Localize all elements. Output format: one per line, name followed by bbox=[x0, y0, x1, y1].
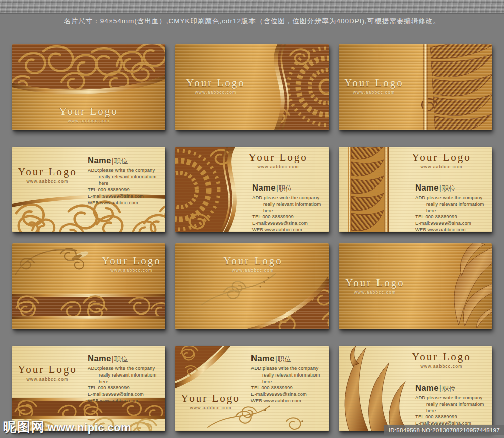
contact-address-line: really relevant informatiom bbox=[415, 201, 492, 208]
contact-tel: TEL:000-88889999 bbox=[252, 214, 329, 220]
contact-address-line: really relevant informatiom bbox=[252, 201, 329, 208]
company-logo-text: Your Logo www.aabbcc.com bbox=[412, 351, 471, 369]
contact-address-line: here bbox=[88, 379, 164, 385]
contact-tel: TEL:000-88889999 bbox=[415, 214, 492, 220]
contact-block: Name|职位 ADD:please write the company rea… bbox=[252, 183, 329, 232]
poster-canvas: 名片尺寸：94×54mm(含出血）,CMYK印刷颜色,cdr12版本（含位图，位… bbox=[0, 0, 504, 438]
company-website: www.aabbcc.com bbox=[223, 268, 283, 273]
contact-address-line: ADD:please write the company bbox=[415, 395, 492, 401]
company-website: www.aabbcc.com bbox=[412, 164, 471, 169]
contact-address-line: really relevant informatiom bbox=[415, 401, 492, 408]
contact-name: Name|职位 bbox=[415, 183, 492, 193]
card-2-front: Your Logo www.aabbcc.com bbox=[175, 44, 329, 130]
company-website: www.aabbcc.com bbox=[59, 118, 118, 123]
contact-job-title: 职位 bbox=[279, 184, 292, 192]
company-logo-text: Your Logo www.aabbcc.com bbox=[59, 105, 118, 123]
card-6-back: Your Logo www.aabbcc.com Name|职位 ADD:ple… bbox=[339, 147, 492, 232]
nipic-site-url: www.nipic.com bbox=[47, 421, 131, 434]
contact-block: Name|职位 ADD:please write the company rea… bbox=[415, 183, 492, 232]
company-website: www.aabbcc.com bbox=[181, 405, 240, 410]
company-website: www.aabbcc.com bbox=[186, 90, 245, 95]
contact-block: Name|职位 ADD:please write the company rea… bbox=[88, 156, 164, 206]
contact-address-line: ADD:please write the company bbox=[415, 195, 492, 201]
company-logo-text: Your Logo www.aabbcc.com bbox=[345, 277, 405, 295]
company-website: www.aabbcc.com bbox=[102, 268, 161, 273]
contact-address-line: here bbox=[415, 208, 492, 214]
company-logo-text: Your Logo www.aabbcc.com bbox=[248, 151, 308, 169]
contact-name: Name|职位 bbox=[251, 354, 328, 364]
contact-address-line: really relevant informatiom bbox=[88, 372, 164, 379]
company-logo-text: Your Logo www.aabbcc.com bbox=[18, 363, 77, 382]
contact-address-line: really relevant informatiom bbox=[251, 372, 328, 379]
contact-address-line: here bbox=[415, 408, 492, 414]
card-5-back: Your Logo www.aabbcc.com Name|职位 ADD:ple… bbox=[175, 147, 329, 232]
contact-email: E-mail:999999@sina.com bbox=[252, 220, 329, 227]
company-logo-text: Your Logo www.aabbcc.com bbox=[102, 255, 161, 273]
print-spec-text: 名片尺寸：94×54mm(含出血）,CMYK印刷颜色,cdr12版本（含位图，位… bbox=[0, 17, 504, 26]
contact-job-title: 职位 bbox=[442, 385, 456, 392]
contact-tel: TEL:000-88889999 bbox=[251, 385, 328, 391]
company-logo-text: Your Logo www.aabbcc.com bbox=[412, 151, 471, 169]
card-3-front: Your Logo www.aabbcc.com bbox=[339, 44, 492, 130]
contact-address-line: ADD:please write the company bbox=[88, 365, 164, 372]
company-website: www.aabbcc.com bbox=[345, 290, 405, 295]
contact-name: Name|职位 bbox=[88, 156, 164, 166]
contact-job-title: 职位 bbox=[278, 355, 291, 363]
contact-job-title: 职位 bbox=[442, 184, 456, 192]
contact-web: WEB:www.aabbcc.com bbox=[252, 227, 329, 232]
contact-email: E-mail:999999@sina.com bbox=[88, 391, 164, 398]
contact-web: WEB:www.aabbcc.com bbox=[88, 398, 164, 404]
contact-web: WEB:www.aabbcc.com bbox=[251, 398, 328, 404]
card-7-front: Your Logo www.aabbcc.com bbox=[12, 243, 165, 329]
nipic-watermark: 昵图网 www.nipic.com bbox=[3, 418, 131, 436]
card-9-front: Your Logo www.aabbcc.com bbox=[339, 243, 492, 329]
company-website: www.aabbcc.com bbox=[18, 179, 77, 184]
company-logo-text: Your Logo www.aabbcc.com bbox=[181, 392, 240, 410]
contact-name: Name|职位 bbox=[415, 383, 492, 393]
contact-job-title: 职位 bbox=[114, 355, 128, 363]
contact-email: E-mail:999999@sina.com bbox=[251, 391, 328, 398]
contact-address-line: ADD:please write the company bbox=[252, 195, 329, 201]
company-website: www.aabbcc.com bbox=[344, 90, 404, 95]
contact-address-line: ADD:please write the company bbox=[88, 167, 164, 174]
card-4-back: Your Logo www.aabbcc.com Name|职位 ADD:ple… bbox=[12, 147, 165, 232]
contact-tel: TEL:000-88889999 bbox=[415, 414, 492, 420]
company-logo-text: Your Logo www.aabbcc.com bbox=[344, 77, 404, 95]
contact-email: E-mail:999999@sina.com bbox=[415, 220, 492, 227]
company-website: www.aabbcc.com bbox=[412, 364, 471, 369]
image-id-label: ID:5849568 NO:20130708210957445197 bbox=[384, 425, 504, 435]
contact-email: E-mail:999999@sina.com bbox=[88, 193, 164, 200]
contact-address-line: here bbox=[252, 208, 329, 214]
contact-address-line: really relevant informatiom bbox=[88, 174, 164, 180]
contact-tel: TEL:000-88889999 bbox=[88, 385, 164, 391]
card-11-back: Your Logo www.aabbcc.com Name|职位 ADD:ple… bbox=[175, 346, 329, 431]
contact-name: Name|职位 bbox=[88, 354, 164, 364]
contact-block: Name|职位 ADD:please write the company rea… bbox=[88, 354, 164, 404]
contact-name: Name|职位 bbox=[252, 183, 329, 193]
company-website: www.aabbcc.com bbox=[248, 164, 308, 169]
contact-block: Name|职位 ADD:please write the company rea… bbox=[251, 354, 328, 404]
decorative-wave-band bbox=[0, 0, 504, 14]
card-8-front: Your Logo www.aabbcc.com bbox=[175, 243, 329, 329]
company-website: www.aabbcc.com bbox=[18, 377, 77, 382]
company-logo-text: Your Logo www.aabbcc.com bbox=[186, 77, 245, 95]
contact-address-line: here bbox=[88, 180, 164, 187]
contact-tel: TEL:000-88889999 bbox=[88, 186, 164, 193]
contact-web: WEB:www.aabbcc.com bbox=[415, 227, 492, 232]
contact-address-line: ADD:please write the company bbox=[251, 365, 328, 372]
contact-web: WEB:www.aabbcc.com bbox=[88, 200, 164, 206]
contact-address-line: here bbox=[251, 379, 328, 385]
company-logo-text: Your Logo www.aabbcc.com bbox=[223, 255, 283, 273]
card-12-back: Your Logo www.aabbcc.com Name|职位 ADD:ple… bbox=[339, 346, 492, 431]
contact-job-title: 职位 bbox=[114, 157, 128, 165]
nipic-site-name: 昵图网 bbox=[3, 419, 45, 434]
company-logo-text: Your Logo www.aabbcc.com bbox=[18, 166, 77, 184]
card-1-front: Your Logo www.aabbcc.com bbox=[12, 44, 165, 130]
contact-block: Name|职位 ADD:please write the company rea… bbox=[415, 383, 492, 431]
